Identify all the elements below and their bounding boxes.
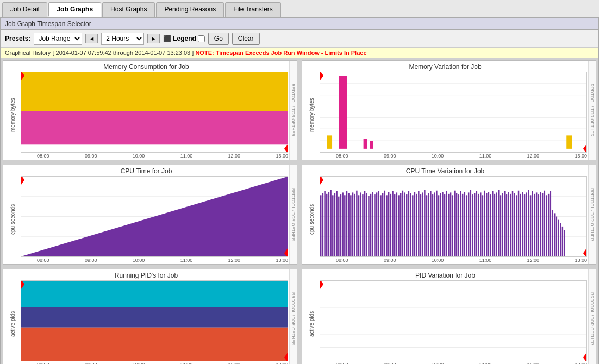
svg-rect-105: [468, 192, 469, 256]
svg-rect-42: [342, 192, 343, 256]
svg-rect-55: [368, 196, 369, 256]
svg-rect-80: [418, 191, 419, 256]
y-axis-running-pids: active pids: [4, 280, 21, 364]
svg-marker-155: [320, 177, 323, 185]
svg-rect-142: [542, 193, 543, 256]
side-label-cpu-time: RRDTOOL / TOR OETHER: [289, 165, 297, 264]
svg-rect-44: [346, 191, 347, 256]
chart-cpu-time: CPU Time for Job cpu seconds: [3, 165, 297, 265]
svg-rect-140: [538, 194, 539, 256]
svg-rect-35: [328, 192, 329, 256]
tab-job-detail[interactable]: Job Detail: [2, 2, 47, 17]
svg-rect-125: [508, 192, 509, 256]
x-axis-pid-variation: 08:0009:0010:0011:0012:0013:00: [320, 361, 587, 364]
svg-marker-7: [284, 144, 288, 152]
chart-running-pids: Running PID's for Job active pids: [3, 269, 297, 364]
svg-rect-16: [327, 135, 332, 149]
svg-rect-41: [340, 194, 341, 256]
svg-rect-56: [370, 194, 371, 256]
clear-button[interactable]: Clear: [232, 33, 260, 45]
svg-rect-17: [364, 139, 367, 149]
side-label-running-pids: RRDTOOL / TOR OETHER: [289, 269, 297, 364]
svg-rect-112: [482, 195, 483, 256]
time-select[interactable]: 2 Hours 1 Hour 4 Hours 12 Hours: [101, 33, 144, 45]
svg-rect-161: [21, 328, 288, 361]
chart-cpu-variation: CPU Time Variation for Job cpu seconds: [302, 165, 596, 265]
svg-rect-102: [462, 194, 463, 256]
svg-rect-84: [426, 195, 427, 256]
svg-rect-62: [382, 193, 383, 256]
svg-marker-154: [583, 248, 586, 256]
svg-rect-98: [454, 191, 455, 256]
main-panel: Job Graph Timespan Selector Presets: Job…: [0, 18, 599, 364]
svg-rect-34: [326, 194, 327, 256]
svg-rect-87: [432, 194, 433, 256]
svg-rect-52: [362, 194, 363, 256]
svg-rect-40: [338, 197, 339, 256]
prev-time-btn[interactable]: ◄: [85, 34, 98, 43]
svg-rect-100: [458, 194, 459, 256]
tab-job-graphs[interactable]: Job Graphs: [48, 2, 101, 17]
chart-pid-variation: PID Variation for Job active pids: [302, 269, 596, 364]
y-axis-pid-variation: active pids: [303, 280, 320, 364]
svg-rect-123: [504, 191, 505, 256]
svg-rect-129: [516, 195, 517, 256]
svg-rect-135: [528, 190, 529, 257]
svg-rect-122: [502, 193, 503, 256]
svg-rect-79: [416, 194, 417, 256]
svg-rect-31: [320, 195, 321, 256]
svg-rect-151: [560, 223, 561, 256]
svg-rect-59: [376, 192, 377, 256]
chart-title-pid-variation: PID Variation for Job: [303, 272, 587, 279]
svg-rect-85: [428, 193, 429, 256]
svg-rect-128: [514, 193, 515, 256]
controls-row: Presets: Job Range Last Hour Last Day ◄ …: [1, 30, 598, 48]
tab-pending-reasons[interactable]: Pending Reasons: [156, 2, 224, 17]
preset-select[interactable]: Job Range Last Hour Last Day: [34, 33, 82, 45]
legend-checkbox[interactable]: [198, 35, 205, 42]
svg-rect-76: [410, 193, 411, 256]
svg-rect-132: [522, 192, 523, 256]
svg-rect-68: [394, 194, 395, 256]
svg-rect-38: [334, 193, 335, 256]
svg-rect-65: [388, 192, 389, 256]
chart-memory-consumption: Memory Consumption for Job memory bytes: [3, 60, 297, 160]
svg-rect-138: [534, 194, 535, 256]
svg-rect-126: [510, 194, 511, 256]
svg-rect-96: [450, 192, 451, 256]
tab-file-transfers[interactable]: File Transfers: [225, 2, 281, 17]
go-button[interactable]: Go: [208, 33, 229, 45]
svg-rect-60: [378, 191, 379, 256]
svg-rect-36: [330, 190, 331, 257]
svg-rect-110: [478, 194, 479, 256]
chart-title-running-pids: Running PID's for Job: [4, 272, 288, 279]
tab-host-graphs[interactable]: Host Graphs: [102, 2, 155, 17]
y-axis-memory-variation: memory bytes: [303, 72, 320, 159]
svg-rect-103: [464, 192, 465, 256]
svg-rect-137: [532, 191, 533, 256]
svg-rect-120: [498, 190, 499, 257]
x-axis-cpu-time: 08:0009:0010:0011:0012:0013:00: [21, 257, 288, 263]
svg-marker-27: [21, 177, 24, 185]
svg-rect-149: [556, 217, 557, 257]
chart-title-memory-consumption: Memory Consumption for Job: [4, 63, 288, 71]
svg-rect-133: [524, 194, 525, 256]
svg-rect-115: [488, 192, 489, 256]
svg-rect-104: [466, 195, 467, 256]
svg-rect-77: [412, 195, 413, 256]
svg-marker-21: [320, 72, 323, 80]
svg-rect-19: [566, 135, 572, 149]
svg-rect-114: [486, 193, 487, 256]
svg-rect-58: [374, 194, 375, 256]
chart-title-cpu-variation: CPU Time Variation for Job: [303, 167, 587, 175]
next-time-btn[interactable]: ►: [147, 34, 160, 43]
svg-rect-99: [456, 193, 457, 256]
svg-rect-160: [21, 307, 288, 328]
svg-rect-82: [422, 192, 423, 256]
x-axis-running-pids: 08:0009:0010:0011:0012:0013:00: [21, 361, 288, 364]
charts-container: Memory Consumption for Job memory bytes: [1, 58, 598, 364]
y-axis-cpu-time: cpu seconds: [4, 176, 21, 263]
svg-rect-116: [490, 194, 491, 256]
svg-rect-70: [398, 195, 399, 256]
svg-rect-15: [339, 76, 347, 149]
